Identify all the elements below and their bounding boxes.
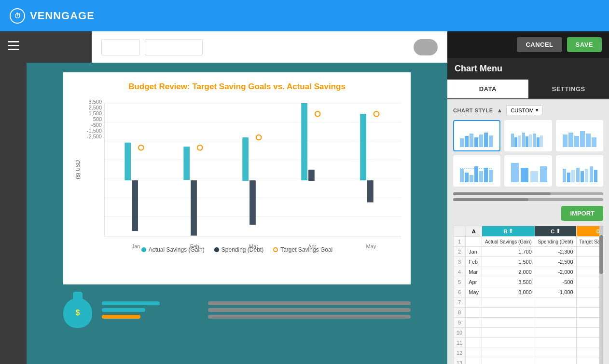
cell-11-a[interactable] xyxy=(466,338,482,348)
cell-5-c[interactable]: -500 xyxy=(535,277,576,287)
svg-rect-9 xyxy=(125,143,131,180)
cell-13-c[interactable] xyxy=(535,358,576,364)
spreadsheet-row-12: 12 xyxy=(454,348,604,358)
toolbar-btn-2[interactable] xyxy=(145,39,203,55)
cell-13-b[interactable] xyxy=(482,358,535,364)
cell-9-c[interactable] xyxy=(535,318,576,328)
y-axis-label: ($) USD xyxy=(73,99,83,241)
chart-thumb-5[interactable] xyxy=(504,155,552,187)
cell-1-c[interactable]: Spending (Debt) xyxy=(535,237,576,247)
row-num-7: 7 xyxy=(454,297,466,308)
cell-9-b[interactable] xyxy=(482,318,535,328)
row-num-1: 1 xyxy=(454,237,466,247)
cell-10-a[interactable] xyxy=(466,328,482,338)
slider-bar-2[interactable] xyxy=(453,198,603,201)
tab-data[interactable]: DATA xyxy=(447,80,528,98)
svg-rect-53 xyxy=(489,170,493,182)
cell-5-b[interactable]: 3,500 xyxy=(482,277,535,287)
chart-thumb-3[interactable] xyxy=(556,120,603,151)
cell-11-b[interactable] xyxy=(482,338,535,348)
chart-style-custom-btn[interactable]: CUSTOM ▾ xyxy=(506,105,542,115)
svg-rect-38 xyxy=(533,134,536,147)
cell-12-c[interactable] xyxy=(535,348,576,358)
money-bag-wrapper: $ xyxy=(63,292,92,328)
thumb-svg-6 xyxy=(560,159,599,183)
cell-9-a[interactable] xyxy=(466,318,482,328)
svg-rect-59 xyxy=(563,169,566,182)
cell-12-a[interactable] xyxy=(466,348,482,358)
svg-rect-32 xyxy=(511,134,514,147)
chart-card[interactable]: Budget Review: Target Saving Goals vs. A… xyxy=(63,72,411,284)
cell-6-b[interactable]: 3,000 xyxy=(482,287,535,297)
cell-8-c[interactable] xyxy=(535,308,576,318)
slider-fill-1 xyxy=(453,192,551,195)
cell-7-b[interactable] xyxy=(482,297,535,308)
cell-2-a[interactable]: Jan xyxy=(466,247,482,257)
cell-11-c[interactable] xyxy=(535,338,576,348)
tab-settings[interactable]: SETTINGS xyxy=(528,80,609,98)
row-num-8: 8 xyxy=(454,308,466,318)
cell-3-a[interactable]: Feb xyxy=(466,257,482,267)
svg-rect-41 xyxy=(563,135,567,147)
cell-8-a[interactable] xyxy=(466,308,482,318)
col-header-a: A xyxy=(466,226,482,237)
cell-8-b[interactable] xyxy=(482,308,535,318)
save-button[interactable]: SAVE xyxy=(567,37,602,52)
svg-rect-30 xyxy=(484,133,488,147)
cell-10-c[interactable] xyxy=(535,328,576,338)
svg-rect-42 xyxy=(568,133,573,147)
import-button[interactable]: IMPORT xyxy=(561,206,603,221)
chart-thumb-6[interactable] xyxy=(556,155,603,187)
right-panel: CANCEL SAVE Chart Menu DATA SETTINGS CHA… xyxy=(447,31,609,364)
chart-plot-area: Jan Feb Mar Apr May xyxy=(104,99,401,241)
scrollbar-thumb[interactable] xyxy=(599,235,603,274)
col-header-b[interactable]: B ⬆ xyxy=(482,226,535,237)
canvas-area: Budget Review: Target Saving Goals vs. A… xyxy=(27,63,447,364)
svg-rect-20 xyxy=(308,170,315,181)
cell-5-a[interactable]: Apr xyxy=(466,277,482,287)
hamburger-line-2 xyxy=(8,45,19,46)
cell-3-b[interactable]: 1,500 xyxy=(482,257,535,267)
main-layout: Budget Review: Target Saving Goals vs. A… xyxy=(0,31,609,364)
svg-rect-29 xyxy=(479,135,483,147)
chart-thumb-4[interactable] xyxy=(453,155,500,187)
cell-13-a[interactable] xyxy=(466,358,482,364)
hamburger-menu[interactable] xyxy=(8,41,19,50)
cell-3-c[interactable]: -2,500 xyxy=(535,257,576,267)
app-header: ⏱ VENNGAGE xyxy=(0,0,609,31)
cell-6-c[interactable]: -1,000 xyxy=(535,287,576,297)
chart-thumb-2[interactable] xyxy=(504,120,552,151)
cell-4-a[interactable]: Mar xyxy=(466,267,482,277)
cell-10-b[interactable] xyxy=(482,328,535,338)
thumb-svg-5 xyxy=(509,159,547,183)
cell-12-b[interactable] xyxy=(482,348,535,358)
logo-text: VENNGAGE xyxy=(30,10,95,22)
row-num-13: 13 xyxy=(454,358,466,364)
row-num-12: 12 xyxy=(454,348,466,358)
chart-thumb-1[interactable] xyxy=(453,120,500,151)
svg-rect-23 xyxy=(367,180,374,202)
cancel-button[interactable]: CANCEL xyxy=(517,37,562,52)
col-header-c[interactable]: C ⬆ xyxy=(535,226,576,237)
cell-1-a[interactable] xyxy=(466,237,482,247)
spreadsheet-row-6: 6 May 3,000 -1,000 3,000 xyxy=(454,287,604,297)
cell-7-c[interactable] xyxy=(535,297,576,308)
svg-rect-56 xyxy=(521,168,528,182)
row-num-9: 9 xyxy=(454,318,466,328)
scrollbar-track[interactable] xyxy=(599,226,603,364)
hamburger-line-3 xyxy=(8,49,19,50)
cell-1-b[interactable]: Actual Savings (Gain) xyxy=(482,237,535,247)
cell-2-b[interactable]: 1,700 xyxy=(482,247,535,257)
toolbar-toggle[interactable] xyxy=(414,39,438,55)
cell-6-a[interactable]: May xyxy=(466,287,482,297)
toolbar-btn-1[interactable] xyxy=(101,39,140,55)
slider-bar-1[interactable] xyxy=(453,192,603,195)
cell-4-c[interactable]: -2,000 xyxy=(535,267,576,277)
cell-7-a[interactable] xyxy=(466,297,482,308)
cell-4-b[interactable]: 2,000 xyxy=(482,267,535,277)
svg-rect-39 xyxy=(537,137,540,147)
bottom-content: $ xyxy=(63,292,411,328)
progress-bars-left xyxy=(102,301,160,319)
svg-rect-63 xyxy=(581,171,584,182)
cell-2-c[interactable]: -2,300 xyxy=(535,247,576,257)
